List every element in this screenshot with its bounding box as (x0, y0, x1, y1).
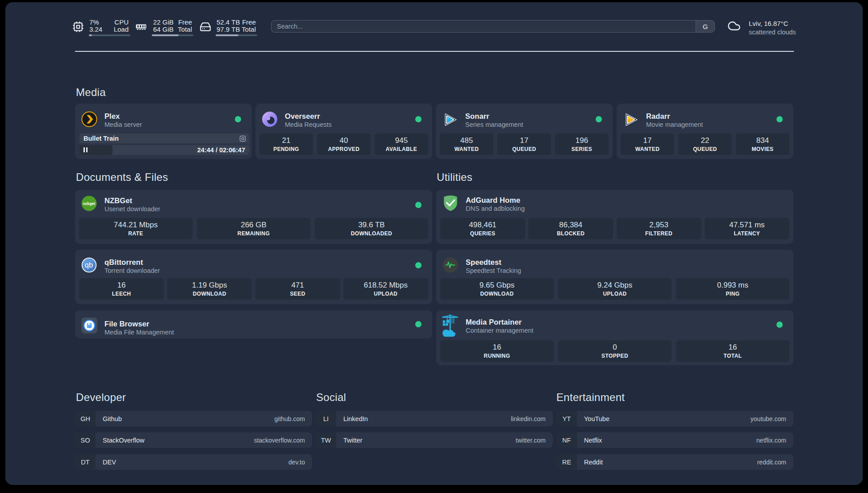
svg-text:nzbget: nzbget (83, 201, 95, 206)
svg-text:qb: qb (85, 261, 93, 269)
